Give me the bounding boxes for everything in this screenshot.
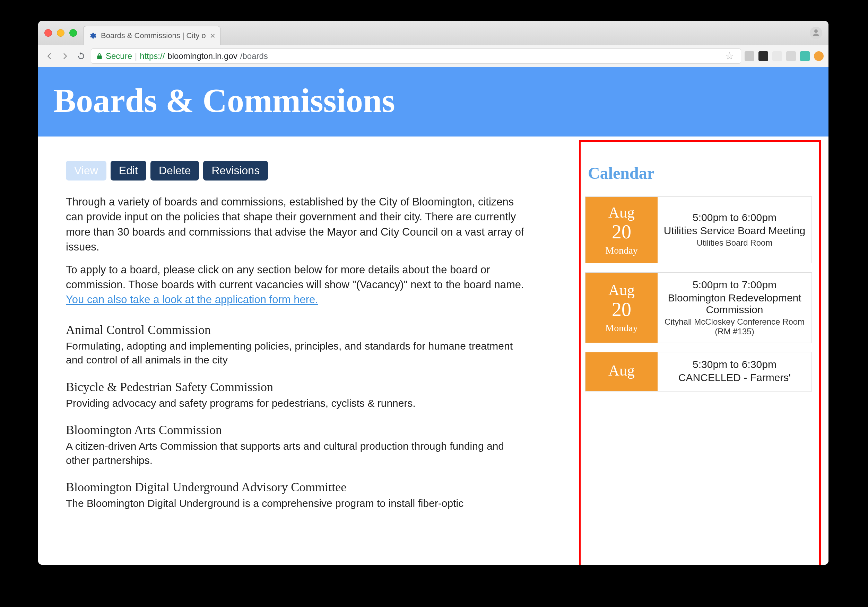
extension-icon[interactable] [745, 51, 754, 61]
board-item[interactable]: Bloomington Arts Commission A citizen-dr… [66, 423, 530, 468]
board-item[interactable]: Bloomington Digital Underground Advisory… [66, 480, 530, 511]
browser-window: Boards & Commissions | City o × Secure [38, 21, 828, 565]
intro-paragraph-apply: To apply to a board, please click on any… [66, 262, 530, 307]
close-window-button[interactable] [44, 29, 52, 37]
url-path: /boards [240, 51, 268, 61]
event-date: Aug 20 Monday [586, 197, 657, 263]
event-time: 5:00pm to 6:00pm [662, 212, 808, 223]
extension-icon[interactable] [814, 51, 824, 61]
extension-icon[interactable] [772, 51, 782, 61]
event-card[interactable]: Aug 20 Monday 5:00pm to 7:00pm Bloomingt… [585, 272, 812, 343]
page-header: Boards & Commissions [38, 67, 828, 136]
extension-icons [745, 51, 824, 61]
calendar-sidebar: Calendar Aug 20 Monday 5:00pm to 6:00pm … [582, 161, 815, 523]
event-location: Cityhall McCloskey Conference Room (RM #… [662, 317, 808, 336]
event-title: CANCELLED - Farmers' [662, 372, 808, 384]
extension-icon[interactable] [800, 51, 810, 61]
profile-avatar-icon[interactable] [810, 27, 822, 39]
window-controls [44, 29, 77, 37]
event-location: Utilities Board Room [662, 238, 808, 248]
reload-button[interactable] [75, 50, 87, 62]
event-title: Utilities Service Board Meeting [662, 225, 808, 237]
close-tab-button[interactable]: × [210, 31, 215, 40]
forward-button[interactable] [59, 50, 71, 62]
board-item[interactable]: Bicycle & Pedestrian Safety Commission P… [66, 380, 530, 410]
event-body: 5:30pm to 6:30pm CANCELLED - Farmers' [657, 352, 812, 391]
board-title: Bicycle & Pedestrian Safety Commission [66, 380, 530, 394]
event-time: 5:00pm to 7:00pm [662, 279, 808, 291]
minimize-window-button[interactable] [57, 29, 65, 37]
board-title: Bloomington Digital Underground Advisory… [66, 480, 530, 494]
events-list: Aug 20 Monday 5:00pm to 6:00pm Utilities… [582, 197, 815, 392]
address-bar[interactable]: Secure | https://bloomington.in.gov/boar… [91, 48, 741, 64]
maximize-window-button[interactable] [69, 29, 77, 37]
tab-title: Boards & Commissions | City o [101, 31, 206, 40]
board-title: Animal Control Commission [66, 322, 530, 337]
lock-icon [96, 53, 103, 60]
secure-badge: Secure [96, 51, 132, 61]
boards-list: Animal Control Commission Formulating, a… [66, 322, 572, 511]
browser-toolbar: Secure | https://bloomington.in.gov/boar… [38, 45, 828, 67]
tab-revisions[interactable]: Revisions [203, 161, 268, 181]
url-host: bloomington.in.gov [167, 51, 237, 61]
event-body: 5:00pm to 7:00pm Bloomington Redevelopme… [657, 273, 812, 343]
board-description: Formulating, adopting and implementing p… [66, 339, 530, 367]
calendar-heading: Calendar [588, 164, 815, 183]
main-content: View Edit Delete Revisions Through a var… [66, 161, 572, 523]
bookmark-star-icon[interactable]: ☆ [725, 50, 734, 62]
extension-icon[interactable] [786, 51, 796, 61]
application-form-link[interactable]: You can also take a look at the applicat… [66, 293, 318, 305]
page-viewport: Boards & Commissions View Edit Delete Re… [38, 67, 828, 565]
board-description: A citizen-driven Arts Commission that su… [66, 439, 530, 468]
event-card[interactable]: Aug 20 Monday 5:00pm to 6:00pm Utilities… [585, 197, 812, 263]
back-button[interactable] [43, 50, 56, 62]
favicon-gear-icon [88, 31, 97, 40]
extension-pocket-icon[interactable] [758, 51, 768, 61]
event-title: Bloomington Redevelopment Commission [662, 292, 808, 316]
board-description: The Bloomington Digital Underground is a… [66, 497, 530, 511]
event-body: 5:00pm to 6:00pm Utilities Service Board… [657, 197, 812, 263]
secure-label: Secure [106, 51, 132, 61]
event-time: 5:30pm to 6:30pm [662, 359, 808, 370]
window-titlebar: Boards & Commissions | City o × [38, 21, 828, 45]
url-scheme: https:// [140, 51, 165, 61]
board-item[interactable]: Animal Control Commission Formulating, a… [66, 322, 530, 367]
page-title: Boards & Commissions [53, 81, 813, 120]
tab-view[interactable]: View [66, 161, 106, 181]
board-description: Providing advocacy and safety programs f… [66, 396, 530, 410]
tab-edit[interactable]: Edit [111, 161, 146, 181]
tab-delete[interactable]: Delete [150, 161, 199, 181]
admin-tabs: View Edit Delete Revisions [66, 161, 572, 181]
board-title: Bloomington Arts Commission [66, 423, 530, 437]
event-date: Aug 20 Monday [586, 273, 657, 343]
browser-tab[interactable]: Boards & Commissions | City o × [83, 26, 220, 45]
event-date: Aug [586, 352, 657, 391]
event-card[interactable]: Aug 5:30pm to 6:30pm CANCELLED - Farmers… [585, 352, 812, 392]
intro-paragraph: Through a variety of boards and commissi… [66, 194, 530, 255]
